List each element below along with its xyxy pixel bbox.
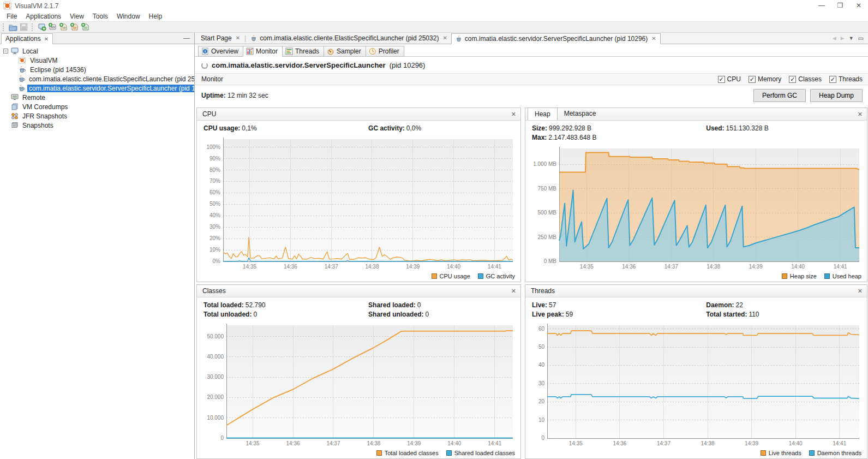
add-jfr-snapshot-icon[interactable] xyxy=(70,22,79,32)
svg-text:30.000: 30.000 xyxy=(207,374,224,380)
maximize-tab-icon[interactable]: ▭ xyxy=(858,35,864,42)
svg-text:14:39: 14:39 xyxy=(749,264,763,270)
stat-gc-activity: GC activity:0,0% xyxy=(368,124,520,132)
tab-metaspace[interactable]: Metaspace xyxy=(558,108,603,120)
svg-text:14:39: 14:39 xyxy=(407,440,421,446)
tree-item-remote[interactable]: Remote xyxy=(0,93,194,102)
checkbox-threads[interactable]: ✓ Threads xyxy=(829,75,863,83)
profiler-icon xyxy=(369,47,376,55)
restore-button[interactable]: ❐ xyxy=(831,0,849,11)
remote-icon xyxy=(10,94,19,102)
tab-sampler[interactable]: Sampler xyxy=(324,46,366,57)
svg-text:30: 30 xyxy=(538,380,545,386)
classes-panel-close-icon[interactable]: ✕ xyxy=(511,288,516,295)
checkbox-checked-icon: ✓ xyxy=(718,76,725,83)
sidebar-minimize-icon[interactable]: — xyxy=(183,34,190,42)
svg-text:90%: 90% xyxy=(209,156,220,162)
checkbox-classes[interactable]: ✓ Classes xyxy=(789,75,822,83)
minimize-button[interactable]: — xyxy=(812,0,831,11)
menu-tools[interactable]: Tools xyxy=(88,12,112,21)
collapse-icon[interactable]: − xyxy=(3,49,8,53)
classes-panel-header: Classes ✕ xyxy=(197,285,520,297)
tree-item-snapshots[interactable]: Snapshots xyxy=(0,121,194,130)
legend-swatch xyxy=(478,273,483,279)
tree-item-vm-coredumps[interactable]: VM Coredumps xyxy=(0,102,194,111)
tree-item-visualvm[interactable]: VisualVM xyxy=(0,56,194,65)
svg-text:14:41: 14:41 xyxy=(488,264,501,270)
tab-close-icon[interactable]: ✕ xyxy=(236,33,240,43)
add-snapshot-icon[interactable] xyxy=(81,22,90,32)
application-pid: (pid 10296) xyxy=(390,61,426,69)
classes-stats: Total loaded:52.790 Shared loaded:0 Tota… xyxy=(197,297,520,320)
uptime-label: Uptime: xyxy=(201,92,226,99)
tab-applications-label: Applications xyxy=(5,34,41,44)
tree-item-elastic-cliente[interactable]: com.imatia.elastic.cliente.ElasticSpecif… xyxy=(0,74,194,84)
perform-gc-button[interactable]: Perform GC xyxy=(753,89,806,102)
tab-start-page[interactable]: Start Page ✕ xyxy=(197,33,244,44)
tab-elastic-cliente[interactable]: com.imatia.elastic.cliente.ElasticSpecif… xyxy=(247,33,451,44)
checkbox-memory[interactable]: ✓ Memory xyxy=(749,75,781,83)
tab-heap[interactable]: Heap xyxy=(528,108,558,120)
tab-monitor[interactable]: Monitor xyxy=(243,46,283,57)
tree-item-eclipse[interactable]: Eclipse (pid 14536) xyxy=(0,65,194,74)
svg-text:50: 50 xyxy=(538,344,545,350)
tree-item-elastic-servidor[interactable]: com.imatia.elastic.servidor.ServerSpecif… xyxy=(0,84,194,93)
stat-shared-loaded: Shared loaded:0 xyxy=(368,301,520,309)
sidebar-tab-strip: Applications ✕ — xyxy=(0,33,194,44)
tree-item-local[interactable]: − Local xyxy=(0,46,194,56)
tab-applications-close-icon[interactable]: ✕ xyxy=(44,34,49,44)
stat-total-started: Total started:110 xyxy=(706,311,867,318)
menu-applications[interactable]: Applications xyxy=(21,12,65,21)
add-jmx-connection-icon[interactable]: JMX xyxy=(48,22,57,32)
checkbox-cpu[interactable]: ✓ CPU xyxy=(718,75,741,83)
svg-text:40%: 40% xyxy=(209,212,220,218)
cpu-panel-close-icon[interactable]: ✕ xyxy=(511,111,516,118)
heap-panel-close-icon[interactable]: ✕ xyxy=(858,111,863,118)
scroll-tabs-left-icon[interactable]: ◀ xyxy=(833,35,836,41)
tab-overview[interactable]: i Overview xyxy=(198,46,243,57)
add-vm-coredump-icon[interactable]: VM xyxy=(59,22,68,32)
svg-text:20: 20 xyxy=(538,398,545,404)
heap-panel: Heap Metaspace ✕ Size:999.292.928 B Used… xyxy=(525,108,867,282)
close-button[interactable]: ✕ xyxy=(849,0,868,11)
toolbar-separator xyxy=(32,23,34,31)
svg-text:14:35: 14:35 xyxy=(246,440,260,446)
svg-text:14:40: 14:40 xyxy=(791,264,805,270)
svg-text:14:37: 14:37 xyxy=(657,440,671,446)
svg-text:20%: 20% xyxy=(209,235,220,241)
add-remote-host-icon[interactable] xyxy=(37,22,46,32)
tab-close-icon[interactable]: ✕ xyxy=(442,33,447,43)
legend-swatch xyxy=(432,273,437,279)
heap-dump-button[interactable]: Heap Dump xyxy=(810,89,863,102)
tab-close-icon[interactable]: ✕ xyxy=(651,34,656,44)
checkbox-checked-icon: ✓ xyxy=(789,76,796,83)
tree-item-jfr-snapshots[interactable]: JFR Snapshots xyxy=(0,111,194,121)
tab-profiler[interactable]: Profiler xyxy=(366,46,404,57)
monitor-section-bar: Monitor ✓ CPU ✓ Memory ✓ Classes ✓ Threa… xyxy=(195,73,868,85)
save-snapshot-icon[interactable] xyxy=(19,22,28,32)
tab-applications[interactable]: Applications ✕ xyxy=(1,33,53,44)
cpu-chart: 14:3514:3614:3714:3814:3914:4014:410%10%… xyxy=(199,135,517,271)
stat-heap-max: Max:2.147.483.648 B xyxy=(532,134,706,141)
scroll-tabs-right-icon[interactable]: ▶ xyxy=(841,35,845,41)
menu-file[interactable]: File xyxy=(2,12,21,21)
svg-text:VM: VM xyxy=(62,27,66,29)
svg-text:14:39: 14:39 xyxy=(745,440,758,446)
tab-threads[interactable]: Threads xyxy=(282,46,324,57)
menu-window[interactable]: Window xyxy=(112,12,145,21)
load-snapshot-icon[interactable] xyxy=(8,22,17,32)
java-app-icon xyxy=(250,35,257,41)
menu-view[interactable]: View xyxy=(65,12,88,21)
cpu-legend: CPU usage GC activity xyxy=(197,271,520,282)
threads-panel-close-icon[interactable]: ✕ xyxy=(858,288,863,295)
tab-elastic-servidor[interactable]: com.imatia.elastic.servidor.ServerSpecif… xyxy=(451,33,661,44)
legend-swatch xyxy=(376,450,382,456)
classes-chart: 14:3514:3614:3714:3814:3914:4014:41010.0… xyxy=(199,321,517,448)
tab-list-dropdown-icon[interactable]: ▼ xyxy=(849,35,854,41)
menu-help[interactable]: Help xyxy=(145,12,167,21)
threads-stats: Live:57 Daemon:22 Live peak:59 Total sta… xyxy=(525,297,867,320)
threads-legend: Live threads Daemon threads xyxy=(525,448,867,458)
svg-text:250 MB: 250 MB xyxy=(538,234,557,240)
main-toolbar: JMX VM xyxy=(0,21,868,33)
svg-text:14:35: 14:35 xyxy=(243,264,256,270)
